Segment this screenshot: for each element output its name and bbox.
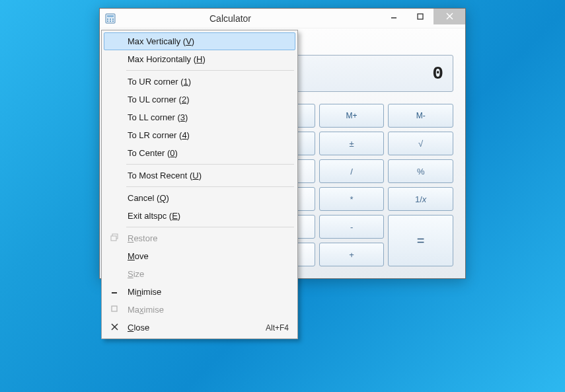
key-equals[interactable]: = [388,215,453,266]
menu-size: Size [104,265,295,283]
window-controls [381,9,465,24]
menu-separator [126,164,294,165]
svg-rect-13 [111,236,116,241]
menu-separator [126,70,294,71]
menu-max-horizontally[interactable]: Max Horizontally (H) [104,50,295,68]
display-value: 0 [432,63,443,84]
menu-close[interactable]: Close Alt+F4 [104,319,295,336]
close-shortcut: Alt+F4 [266,323,289,333]
menu-max-vertically[interactable]: Max Vertically (V) [104,32,295,50]
maximize-icon [109,305,120,315]
key-multiply[interactable]: * [319,187,385,211]
menu-to-ll-corner[interactable]: To LL corner (3) [104,108,295,126]
key-reciprocal-label: 1/x [415,194,426,204]
menu-move[interactable]: Move [104,247,295,265]
svg-rect-9 [418,14,423,19]
menu-to-most-recent[interactable]: To Most Recent (U) [104,167,295,184]
menu-to-lr-corner[interactable]: To LR corner (4) [104,126,295,144]
window-title: Calculator [80,13,381,24]
key-mplus[interactable]: M+ [319,104,385,128]
menu-restore: Restore [104,229,295,247]
key-divide[interactable]: / [319,159,385,183]
menu-to-center[interactable]: To Center (0) [104,144,295,162]
maximize-button[interactable] [407,9,433,24]
menu-minimise[interactable]: Minimise [104,283,295,301]
minimize-button[interactable] [381,9,407,24]
key-sqrt[interactable]: √ [388,132,453,155]
menu-exit-altspc[interactable]: Exit altspc (E) [104,207,295,225]
close-button[interactable] [433,9,465,24]
key-mminus[interactable]: M- [388,104,453,128]
menu-maximise: Maximise [104,301,295,319]
close-icon [109,323,120,333]
system-menu: Max Vertically (V) Max Horizontally (H) … [101,30,298,339]
svg-rect-15 [112,306,117,311]
key-add[interactable]: + [319,243,385,266]
key-subtract[interactable]: - [319,215,385,239]
menu-separator [126,186,294,187]
key-plusminus[interactable]: ± [319,132,385,155]
key-reciprocal[interactable]: 1/x [388,187,453,211]
menu-cancel[interactable]: Cancel (Q) [104,189,295,207]
menu-to-ur-corner[interactable]: To UR corner (1) [104,73,295,91]
minimize-icon [109,287,120,297]
menu-to-ul-corner[interactable]: To UL corner (2) [104,91,295,108]
key-percent[interactable]: % [388,159,453,183]
restore-icon [109,233,120,243]
menu-separator [126,227,294,227]
titlebar[interactable]: Calculator [100,9,465,28]
